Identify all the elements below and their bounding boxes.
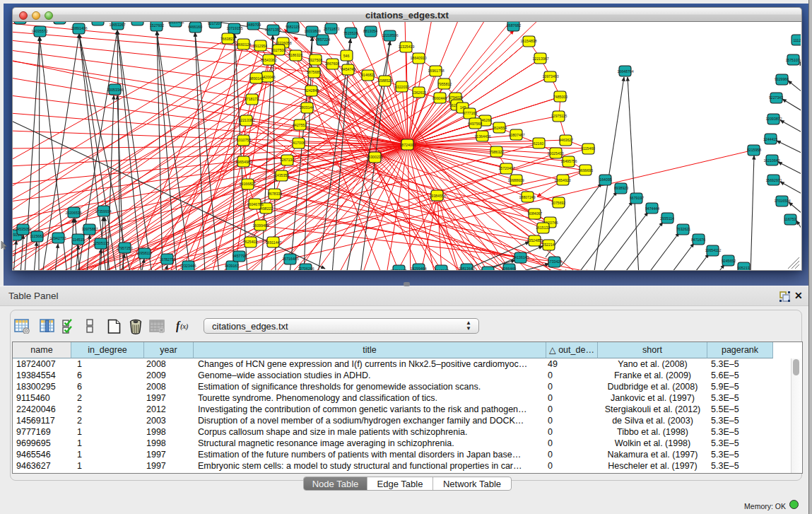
svg-text:10228452: 10228452: [167, 22, 184, 24]
svg-text:9242848: 9242848: [305, 88, 319, 93]
svg-text:18807249: 18807249: [519, 195, 535, 199]
svg-text:2867608: 2867608: [325, 62, 339, 66]
svg-text:5875685: 5875685: [307, 70, 321, 74]
svg-text:23706266: 23706266: [298, 267, 314, 270]
svg-text:15751074: 15751074: [785, 58, 801, 62]
svg-text:8186328: 8186328: [288, 53, 302, 57]
svg-text:19654983: 19654983: [235, 160, 252, 164]
svg-text:30975887: 30975887: [81, 227, 98, 231]
svg-text:10973493: 10973493: [542, 74, 558, 78]
svg-text:6322037: 6322037: [395, 85, 409, 89]
svg-text:1010755: 1010755: [237, 138, 251, 142]
svg-text:9329966: 9329966: [775, 77, 789, 81]
svg-text:1244415: 1244415: [763, 137, 777, 141]
svg-text:10654112: 10654112: [705, 248, 722, 252]
svg-text:12942737: 12942737: [49, 236, 66, 240]
svg-text:19299464: 19299464: [410, 267, 426, 270]
svg-text:8990448: 8990448: [433, 96, 447, 100]
svg-text:3624554: 3624554: [493, 126, 507, 130]
svg-text:16495756: 16495756: [560, 159, 577, 163]
svg-text:8678334: 8678334: [268, 192, 282, 196]
svg-text:19166827: 19166827: [239, 182, 255, 186]
svg-text:2803144: 2803144: [300, 105, 314, 110]
svg-text:17016504: 17016504: [774, 199, 790, 203]
svg-text:1115682: 1115682: [30, 234, 44, 238]
svg-text:9084067: 9084067: [528, 211, 542, 216]
svg-text:16210643: 16210643: [763, 158, 779, 163]
svg-text:62160: 62160: [534, 141, 544, 146]
svg-text:8660124: 8660124: [237, 42, 251, 47]
svg-text:546: 546: [343, 54, 350, 58]
svg-text:18640910: 18640910: [410, 56, 426, 60]
svg-text:16099489: 16099489: [252, 223, 269, 228]
svg-text:16782759: 16782759: [159, 257, 175, 262]
svg-text:3912954: 3912954: [253, 44, 267, 48]
svg-text:116753: 116753: [784, 217, 796, 221]
svg-text:1588520: 1588520: [378, 78, 392, 83]
svg-text:12213382: 12213382: [238, 118, 254, 122]
svg-text:16543362: 16543362: [260, 58, 276, 62]
svg-text:9115460: 9115460: [581, 146, 595, 151]
svg-text:9146821: 9146821: [361, 73, 375, 77]
svg-text:2718172: 2718172: [245, 97, 259, 101]
svg-text:7625402: 7625402: [243, 240, 257, 244]
svg-text:5682115: 5682115: [286, 25, 300, 29]
svg-text:11325419: 11325419: [399, 45, 415, 49]
svg-text:1615132: 1615132: [536, 226, 550, 230]
svg-text:12213967: 12213967: [532, 57, 548, 61]
svg-text:12975115: 12975115: [551, 114, 567, 118]
svg-text:4439167: 4439167: [225, 264, 239, 268]
svg-text:1527602: 1527602: [150, 23, 164, 28]
svg-text:3267130: 3267130: [280, 158, 294, 162]
svg-text:10671355: 10671355: [264, 28, 281, 32]
svg-text:6466160: 6466160: [188, 25, 202, 29]
svg-text:7955812: 7955812: [437, 82, 452, 86]
svg-text:16154838: 16154838: [520, 39, 536, 43]
svg-text:9227343: 9227343: [769, 95, 783, 100]
svg-text:12218506: 12218506: [382, 33, 398, 37]
svg-text:17359934: 17359934: [95, 209, 111, 214]
svg-text:6679197: 6679197: [630, 196, 644, 200]
svg-text:8215958: 8215958: [747, 148, 761, 152]
svg-text:10719155: 10719155: [226, 26, 242, 30]
svg-text:25711873: 25711873: [324, 27, 340, 31]
svg-text:10807487: 10807487: [508, 133, 524, 137]
svg-text:14136141: 14136141: [512, 255, 529, 259]
svg-text:7485003: 7485003: [553, 95, 567, 99]
svg-text:905213: 905213: [737, 266, 749, 270]
svg-text:9777169: 9777169: [463, 111, 477, 115]
svg-text:3917183: 3917183: [435, 269, 449, 270]
svg-text:9217207: 9217207: [208, 22, 222, 25]
svg-text:252214: 252214: [542, 243, 554, 247]
svg-text:8938923: 8938923: [614, 186, 628, 190]
svg-text:12323446: 12323446: [180, 264, 196, 268]
svg-text:1733426: 1733426: [548, 259, 562, 264]
svg-text:7986322: 7986322: [490, 150, 504, 154]
svg-text:9327508: 9327508: [308, 58, 322, 62]
svg-text:15720407: 15720407: [498, 166, 514, 170]
svg-text:8813054: 8813054: [363, 29, 377, 33]
svg-text:9327500: 9327500: [271, 48, 286, 52]
svg-text:9463627: 9463627: [559, 138, 573, 142]
svg-text:(x): (x): [180, 322, 189, 331]
svg-text:1362615: 1362615: [412, 90, 426, 95]
svg-text:9245652: 9245652: [722, 259, 736, 263]
svg-text:20206536: 20206536: [65, 211, 81, 215]
svg-text:8471676: 8471676: [691, 238, 705, 242]
svg-text:15716485: 15716485: [282, 257, 298, 261]
svg-text:9699695: 9699695: [579, 168, 593, 173]
svg-text:12505135: 12505135: [93, 241, 109, 245]
svg-text:20813640: 20813640: [458, 267, 474, 270]
svg-text:25882305: 25882305: [129, 22, 145, 23]
svg-text:1435359: 1435359: [275, 173, 289, 177]
svg-text:2935114: 2935114: [660, 216, 674, 221]
svg-text:6794028: 6794028: [449, 95, 463, 100]
svg-text:13654923: 13654923: [554, 178, 570, 182]
svg-text:417006: 417006: [293, 141, 305, 145]
svg-text:2687682: 2687682: [507, 23, 521, 28]
svg-text:18724007: 18724007: [399, 143, 416, 147]
svg-text:6497568: 6497568: [468, 122, 482, 126]
svg-text:16046786: 16046786: [247, 202, 263, 206]
svg-text:7632621: 7632621: [676, 227, 690, 231]
svg-text:1075692: 1075692: [551, 201, 565, 205]
